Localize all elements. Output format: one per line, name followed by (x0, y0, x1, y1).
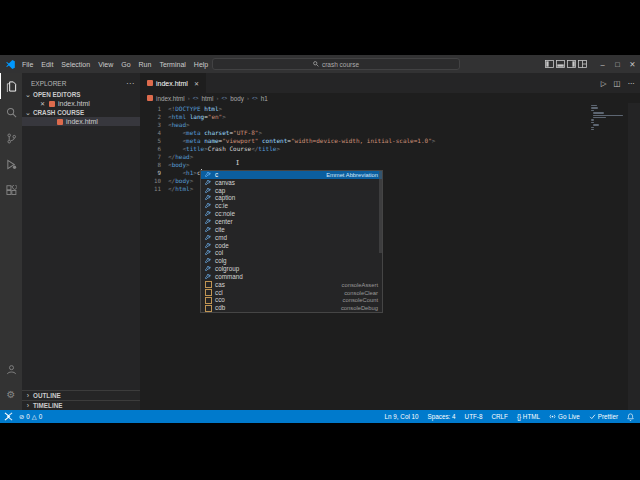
suggest-item-caption[interactable]: caption (201, 195, 382, 203)
menu-file[interactable]: File (18, 61, 37, 68)
file-item-index-html[interactable]: index.html (22, 117, 140, 126)
wrench-icon (204, 172, 212, 178)
minimap-line (591, 122, 594, 123)
suggest-item-cite[interactable]: cite (201, 226, 382, 234)
source-control-icon[interactable] (0, 125, 22, 151)
suggest-item-colg[interactable]: colg (201, 257, 382, 265)
editor-scrollbar[interactable] (628, 103, 640, 410)
wrench-icon (204, 258, 212, 264)
toggle-secondary-sidebar-icon[interactable] (567, 60, 576, 68)
suggest-item-cc-ie[interactable]: cc:ie (201, 202, 382, 210)
tab-index-html[interactable]: index.html ✕ (140, 73, 206, 93)
run-debug-icon[interactable] (0, 151, 22, 177)
split-editor-icon[interactable]: ◫ (613, 79, 620, 88)
chevron-down-icon: ⌄ (25, 109, 31, 117)
suggest-item-cdb[interactable]: cdbconsoleDebug (201, 304, 382, 312)
outline-section[interactable]: › OUTLINE (22, 390, 140, 400)
status-ln-9-col-10[interactable]: Ln 9, Col 10 (385, 413, 419, 420)
explorer-more-actions-icon[interactable]: ⋯ (126, 82, 134, 86)
tab-bar: index.html ✕ ▷ ◫ ⋯ (140, 73, 640, 93)
activity-bar: ⚙ (0, 73, 22, 410)
menu-terminal[interactable]: Terminal (155, 61, 189, 68)
problems-indicator[interactable]: ⊘ 0 △ 0 (19, 413, 42, 420)
close-tab-icon[interactable]: ✕ (194, 80, 199, 87)
suggest-widget[interactable]: cEmmet Abbreviationcanvascapcaptioncc:ie… (200, 170, 383, 313)
suggest-item-cap[interactable]: cap (201, 187, 382, 195)
status--html[interactable]: {} HTML (517, 413, 540, 420)
maximize-icon[interactable]: □ (610, 60, 625, 69)
status-utf-8[interactable]: UTF-8 (465, 413, 483, 420)
line-number: 9 (140, 169, 168, 177)
minimap[interactable] (591, 105, 627, 131)
menu-help[interactable]: Help (190, 61, 212, 68)
suggest-item-cco[interactable]: ccoconsoleCount (201, 297, 382, 305)
menu-go[interactable]: Go (117, 61, 134, 68)
suggest-item-command[interactable]: command (201, 273, 382, 281)
wrench-icon (204, 211, 212, 217)
file-item-label: index.html (66, 118, 98, 125)
remote-indicator-icon[interactable] (4, 412, 13, 421)
menu-edit[interactable]: Edit (37, 61, 57, 68)
code-line[interactable]: 2<html lang="en"> (140, 113, 640, 121)
minimize-icon[interactable]: – (595, 60, 610, 69)
suggest-label: cc:ie (215, 202, 228, 210)
toggle-sidebar-icon[interactable] (545, 60, 554, 68)
editor-more-actions-icon[interactable]: ⋯ (628, 79, 636, 88)
suggest-item-c[interactable]: cEmmet Abbreviation (201, 171, 382, 179)
notifications-bell-icon[interactable] (627, 413, 634, 421)
wrench-icon (204, 274, 212, 280)
folder-header[interactable]: ⌄ CRASH COURSE (22, 108, 140, 117)
suggest-item-ccl[interactable]: cclconsoleClear (201, 289, 382, 297)
code-line[interactable]: 6 <title>Crash Course</title> (140, 145, 640, 153)
code-line[interactable]: 7</head> (140, 153, 640, 161)
search-sidebar-icon[interactable] (0, 99, 22, 125)
close-editor-icon[interactable]: ✕ (39, 100, 46, 107)
status-bar-right: Ln 9, Col 10Spaces: 4UTF-8CRLF{} HTMLGo … (385, 413, 634, 421)
open-editors-header[interactable]: ⌄ OPEN EDITORS (22, 90, 140, 99)
run-open-preview-icon[interactable]: ▷ (601, 79, 607, 88)
suggest-item-code[interactable]: code (201, 242, 382, 250)
suggest-item-cc-noie[interactable]: cc:noie (201, 210, 382, 218)
command-center-search[interactable]: crash course (212, 58, 460, 70)
status-spaces-4[interactable]: Spaces: 4 (428, 413, 456, 420)
code-line[interactable]: 8<body> (140, 161, 640, 169)
open-editor-item[interactable]: ✕ index.html (22, 99, 140, 108)
breadcrumb-item[interactable]: body (230, 95, 244, 102)
code-line[interactable]: 5 <meta name="viewport" content="width=d… (140, 137, 640, 145)
status-go-live[interactable]: Go Live (549, 413, 580, 420)
timeline-section[interactable]: › TIMELINE (22, 400, 140, 410)
status-crlf[interactable]: CRLF (491, 413, 507, 420)
menu-view[interactable]: View (94, 61, 117, 68)
breadcrumb-item[interactable]: h1 (261, 95, 268, 102)
suggest-item-center[interactable]: center (201, 218, 382, 226)
suggest-scrollbar[interactable] (379, 171, 382, 253)
toggle-panel-icon[interactable] (556, 60, 565, 68)
line-number: 7 (140, 153, 168, 161)
code-line[interactable]: 4 <meta charset="UTF-8"> (140, 129, 640, 137)
extensions-icon[interactable] (0, 177, 22, 203)
code-line[interactable]: 3<head> (140, 121, 640, 129)
menu-selection[interactable]: Selection (57, 61, 94, 68)
wrench-icon (204, 203, 212, 209)
breadcrumb-separator-icon: › (188, 95, 190, 101)
snippet-icon (204, 297, 212, 304)
breadcrumb[interactable]: index.html›<>html›<>body›<>h1 (140, 93, 640, 103)
suggest-item-cas[interactable]: casconsoleAssert (201, 281, 382, 289)
status-prettier[interactable]: Prettier (589, 413, 618, 420)
suggest-item-canvas[interactable]: canvas (201, 179, 382, 187)
vscode-logo-icon (6, 60, 15, 69)
suggest-item-cmd[interactable]: cmd (201, 234, 382, 242)
code-line[interactable]: 1<!DOCTYPE html> (140, 105, 640, 113)
suggest-item-col[interactable]: col (201, 249, 382, 257)
accounts-icon[interactable] (0, 356, 22, 382)
menu-run[interactable]: Run (135, 61, 156, 68)
explorer-icon[interactable] (0, 73, 22, 99)
breadcrumb-item[interactable]: index.html (156, 95, 185, 102)
chevron-right-icon: › (25, 402, 31, 409)
customize-layout-icon[interactable] (578, 60, 587, 68)
breadcrumb-item[interactable]: html (202, 95, 214, 102)
close-window-icon[interactable]: ✕ (625, 60, 640, 69)
suggest-item-colgroup[interactable]: colgroup (201, 265, 382, 273)
code-editor[interactable]: 1<!DOCTYPE html>2<html lang="en">3<head>… (140, 103, 640, 410)
settings-gear-icon[interactable]: ⚙ (0, 382, 22, 408)
